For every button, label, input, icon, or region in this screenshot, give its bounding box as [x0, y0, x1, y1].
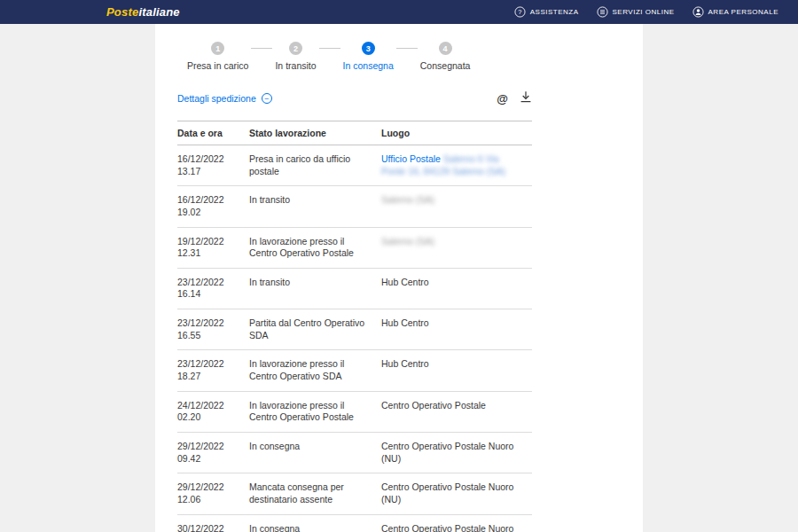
cell-date-time: 16/12/202213.17: [177, 145, 249, 186]
logo-text-italiane: italiane: [138, 5, 179, 19]
step-circle-2: 2: [289, 42, 302, 55]
details-toggle[interactable]: Dettagli spedizione −: [177, 93, 272, 104]
step-connector: [251, 48, 272, 49]
top-nav-links: ? ASSISTENZA SERVIZI ONLINE AREA PERSONA…: [514, 6, 778, 18]
cell-status: In lavorazione presso il Centro Operativ…: [249, 391, 381, 432]
collapse-minus-icon: −: [262, 93, 272, 104]
table-row: 16/12/202219.02In transitoSalerno (SA): [177, 186, 532, 227]
cell-location: Salerno (SA): [381, 227, 532, 268]
cell-date-time: 19/12/202212.31: [177, 227, 249, 268]
email-at-icon[interactable]: @: [497, 92, 508, 106]
table-row: 24/12/202202.20In lavorazione presso il …: [177, 391, 532, 432]
step-presa-in-carico: 1 Presa in carico: [184, 42, 251, 71]
step-label-3: In consegna: [340, 60, 396, 71]
table-row: 29/12/202209.42In consegnaCentro Operati…: [177, 432, 532, 473]
step-label-1: Presa in carico: [184, 60, 251, 71]
cell-location: Ufficio Postale Salerno 6 Via Ponte 16, …: [381, 145, 532, 186]
step-circle-4: 4: [439, 42, 452, 55]
cell-status: In consegna: [249, 432, 381, 473]
step-connector: [319, 48, 340, 49]
cell-location: Hub Centro: [381, 350, 532, 391]
step-circle-3: 3: [362, 42, 375, 55]
shipment-stepper: 1 Presa in carico 2 In transito 3 In con…: [177, 42, 532, 71]
table-header-row: Data e ora Stato lavorazione Luogo: [177, 121, 532, 145]
step-circle-1: 1: [211, 42, 224, 55]
table-row: 23/12/202218.27In lavorazione presso il …: [177, 350, 532, 391]
table-row: 29/12/202212.06Mancata consegna per dest…: [177, 473, 532, 514]
step-label-2: In transito: [272, 60, 318, 71]
cell-status: In transito: [249, 186, 381, 227]
nav-area-personale[interactable]: AREA PERSONALE: [692, 6, 778, 18]
table-row: 23/12/202216.14In transitoHub Centro: [177, 268, 532, 309]
column-header-data-e-ora: Data e ora: [177, 121, 249, 145]
cell-status: In transito: [249, 268, 381, 309]
nav-assistenza-label: ASSISTENZA: [530, 8, 579, 16]
ufficio-postale-link[interactable]: Ufficio Postale: [381, 153, 443, 164]
question-circle-icon: ?: [514, 6, 526, 18]
cell-location: Hub Centro: [381, 268, 532, 309]
cell-status: Mancata consegna per destinatario assent…: [249, 473, 381, 514]
cell-location: Centro Operativo Postale Nuoro (NU): [381, 473, 532, 514]
tracking-history-table: Data e ora Stato lavorazione Luogo 16/12…: [177, 121, 532, 532]
cell-date-time: 30/12/202210.17: [177, 514, 249, 532]
tracking-table-body: 16/12/202213.17Presa in carico da uffici…: [177, 145, 532, 532]
step-label-4: Consegnata: [418, 60, 473, 71]
cell-location: Hub Centro: [381, 309, 532, 350]
step-in-consegna: 3 In consegna: [340, 42, 396, 71]
user-circle-icon: [692, 6, 704, 18]
cell-location: Centro Operativo Postale: [381, 391, 532, 432]
cell-location: Centro Operativo Postale Nuoro (NU): [381, 432, 532, 473]
table-row: 30/12/202210.17In consegnaCentro Operati…: [177, 514, 532, 532]
redacted-location-text: Salerno (SA): [381, 194, 434, 205]
cell-status: Partita dal Centro Operativo SDA: [249, 309, 381, 350]
tracking-card: 1 Presa in carico 2 In transito 3 In con…: [155, 24, 643, 532]
nav-servizi-online[interactable]: SERVIZI ONLINE: [597, 6, 675, 18]
details-toggle-label: Dettagli spedizione: [177, 93, 256, 104]
cell-date-time: 23/12/202218.27: [177, 350, 249, 391]
column-header-luogo: Luogo: [381, 121, 532, 145]
cell-date-time: 29/12/202212.06: [177, 473, 249, 514]
poste-italiane-logo[interactable]: Posteitaliane: [106, 5, 180, 19]
cell-status: In lavorazione presso il Centro Operativ…: [249, 350, 381, 391]
column-header-stato-lavorazione: Stato lavorazione: [249, 121, 381, 145]
table-row: 23/12/202216.55Partita dal Centro Operat…: [177, 309, 532, 350]
redacted-location-text: Salerno (SA): [381, 236, 434, 246]
step-consegnata: 4 Consegnata: [418, 42, 473, 71]
cell-date-time: 23/12/202216.14: [177, 268, 249, 309]
table-row: 19/12/202212.31In lavorazione presso il …: [177, 227, 532, 268]
cell-location: Centro Operativo Postale Nuoro (NU): [381, 514, 532, 532]
step-connector: [396, 48, 418, 49]
table-row: 16/12/202213.17Presa in carico da uffici…: [177, 145, 532, 186]
step-in-transito: 2 In transito: [272, 42, 318, 71]
download-icon[interactable]: [520, 90, 532, 106]
nav-area-personale-label: AREA PERSONALE: [708, 8, 778, 16]
cell-date-time: 16/12/202219.02: [177, 186, 249, 227]
cell-date-time: 24/12/202202.20: [177, 391, 249, 432]
cell-status: In lavorazione presso il Centro Operativ…: [249, 227, 381, 268]
cell-status: In consegna: [249, 514, 381, 532]
page-background: 1 Presa in carico 2 In transito 3 In con…: [0, 24, 798, 532]
svg-text:?: ?: [518, 8, 522, 16]
services-circle-icon: [597, 6, 608, 18]
nav-assistenza[interactable]: ? ASSISTENZA: [514, 6, 579, 18]
cell-date-time: 23/12/202216.55: [177, 309, 249, 350]
top-navigation-bar: Posteitaliane ? ASSISTENZA SERVIZI ONLIN…: [0, 0, 798, 24]
cell-location: Salerno (SA): [381, 186, 532, 227]
nav-servizi-online-label: SERVIZI ONLINE: [613, 8, 675, 16]
logo-text-poste: Poste: [106, 5, 138, 19]
cell-date-time: 29/12/202209.42: [177, 432, 249, 473]
cell-status: Presa in carico da ufficio postale: [249, 145, 381, 186]
